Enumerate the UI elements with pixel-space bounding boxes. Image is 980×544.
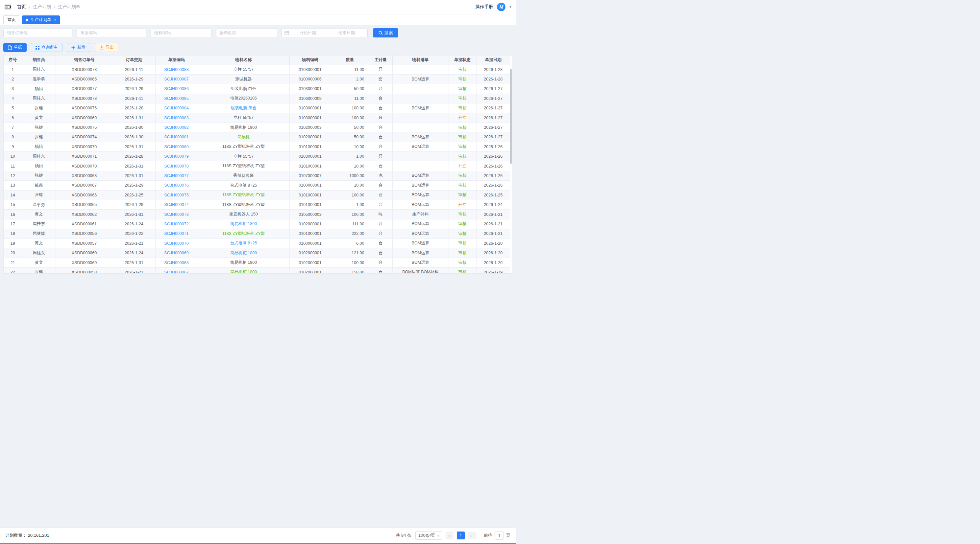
cell-seq: 7 xyxy=(4,122,22,132)
cell-doc-date: 2026-1-21 xyxy=(476,229,510,238)
cell-material-code: 0107000007 xyxy=(290,171,331,180)
cell-doc-code[interactable]: SCJH000073 xyxy=(155,209,198,219)
cell-doc-code[interactable]: SCJH000068 xyxy=(155,258,198,267)
cell-bom: BOM运算 xyxy=(392,190,449,200)
breadcrumb: 首页 / 生产计划 / 生产计划单 xyxy=(17,4,80,10)
cell-material-name[interactable]: 台式电脑 8+25 xyxy=(198,238,290,248)
cell-doc-code[interactable]: SCJH000072 xyxy=(155,219,198,228)
cell-seller: 黄文 xyxy=(22,258,56,267)
top-navbar: 首页 / 生产计划 / 生产计划单 操作手册 M ▾ xyxy=(0,0,515,14)
tab-home[interactable]: 首页 xyxy=(3,16,20,24)
cell-doc-code[interactable]: SCJH000071 xyxy=(155,229,198,238)
table-header-row: 序号销售员销售订单号订单交期单据编码物料名称物料编码数量主计量物料清单单据状态单… xyxy=(4,56,510,65)
cell-material-name[interactable]: 简易机 xyxy=(198,132,290,142)
export-button[interactable]: 导出 xyxy=(95,43,118,52)
operation-manual-link[interactable]: 操作手册 xyxy=(475,4,493,10)
cell-doc-date: 2026-1-26 xyxy=(476,161,510,171)
cell-due-date: 2026-1-31 xyxy=(113,142,155,151)
date-start-placeholder: 开始日期 xyxy=(290,30,326,36)
cell-doc-code[interactable]: SCJH000082 xyxy=(155,122,198,132)
cell-doc-code[interactable]: SCJH000086 xyxy=(155,84,198,94)
cell-doc-code[interactable]: SCJH000076 xyxy=(155,181,198,190)
cell-due-date: 2026-1-24 xyxy=(113,219,155,228)
cell-seller: 周桂东 xyxy=(22,65,56,74)
tab-production-plan-doc-label: 生产计划单 xyxy=(30,16,51,24)
cell-material-code: 0103000001 xyxy=(290,152,331,161)
cell-doc-code[interactable]: SCJH000084 xyxy=(155,103,198,113)
cell-doc-code[interactable]: SCJH000070 xyxy=(155,238,198,248)
cell-qty: 222.00 xyxy=(331,229,369,238)
cell-sales-order: XSDD000076 xyxy=(56,103,113,113)
cell-doc-code[interactable]: SCJH000088 xyxy=(155,65,198,74)
breadcrumb-production-plan[interactable]: 生产计划 xyxy=(33,4,51,10)
cell-doc-date: 2026-1-20 xyxy=(476,238,510,248)
table-row: 5张键XSDD0000762026-1-28SCJH000084组装电脑 黑色0… xyxy=(4,103,510,113)
cell-material-name[interactable]: 118S ZY型纸杯机 ZY型 xyxy=(198,190,290,200)
cell-doc-code[interactable]: SCJH000085 xyxy=(155,94,198,103)
cell-doc-code[interactable]: SCJH000080 xyxy=(155,142,198,151)
cell-sales-order: XSDD000067 xyxy=(56,181,113,190)
user-dropdown-caret-icon[interactable]: ▾ xyxy=(509,5,511,8)
vertical-scrollbar-thumb[interactable] xyxy=(510,69,512,164)
cell-material-code: 0100000001 xyxy=(290,238,331,248)
cell-seller: 温学勇 xyxy=(22,200,56,209)
cell-material-name[interactable]: 简易机柜 1800 xyxy=(198,267,290,274)
avatar[interactable]: M xyxy=(497,3,506,11)
col-status: 单据状态 xyxy=(449,56,476,65)
cell-material-name[interactable]: 简易机柜 1800 xyxy=(198,248,290,257)
cell-seq: 12 xyxy=(4,171,22,180)
breadcrumb-home[interactable]: 首页 xyxy=(17,4,26,10)
document-button[interactable]: 单据 xyxy=(3,43,27,52)
cell-status: 审核 xyxy=(449,103,476,113)
cell-doc-code[interactable]: SCJH000074 xyxy=(155,200,198,209)
cell-qty: 1000.00 xyxy=(331,171,369,180)
cell-doc-date: 2026-1-26 xyxy=(476,181,510,190)
cell-material-name[interactable]: 组装电脑 黑色 xyxy=(198,103,290,113)
cell-unit: 台 xyxy=(369,94,392,103)
cell-bom: BOM运算,BOM补料 xyxy=(392,267,449,274)
cell-seq: 6 xyxy=(4,113,22,122)
cell-material-code: 0100000006 xyxy=(290,74,331,84)
cell-doc-code[interactable]: SCJH000087 xyxy=(155,74,198,84)
collapse-menu-icon[interactable] xyxy=(5,4,11,10)
grid-icon xyxy=(35,46,40,49)
cell-doc-date: 2026-1-26 xyxy=(476,171,510,180)
cell-qty: 1.00 xyxy=(331,200,369,209)
sales-order-input[interactable] xyxy=(3,29,72,37)
material-name-input[interactable] xyxy=(216,29,277,37)
cell-doc-code[interactable]: SCJH000077 xyxy=(155,171,198,180)
cell-material-code: 0102000001 xyxy=(290,258,331,267)
cell-doc-code[interactable]: SCJH000069 xyxy=(155,248,198,257)
cell-bom xyxy=(392,161,449,171)
cell-material-name: 电脑20260105 xyxy=(198,94,290,103)
search-button[interactable]: 搜索 xyxy=(373,28,398,38)
cell-bom xyxy=(392,113,449,122)
cell-doc-code[interactable]: SCJH000067 xyxy=(155,267,198,274)
cell-doc-code[interactable]: SCJH000083 xyxy=(155,113,198,122)
cell-material-name[interactable]: 简易机柜 1800 xyxy=(198,219,290,228)
material-code-input[interactable] xyxy=(151,29,212,37)
cell-doc-code[interactable]: SCJH000079 xyxy=(155,152,198,161)
query-all-button-label: 查询所有 xyxy=(41,45,58,50)
col-qty: 数量 xyxy=(331,56,369,65)
date-range-picker[interactable]: 开始日期 - 结束日期 xyxy=(282,29,368,37)
query-all-button[interactable]: 查询所有 xyxy=(31,43,62,52)
cell-unit: 台 xyxy=(369,200,392,209)
breadcrumb-production-plan-doc[interactable]: 生产计划单 xyxy=(58,4,81,10)
cell-seq: 8 xyxy=(4,132,22,142)
cell-doc-code[interactable]: SCJH000078 xyxy=(155,161,198,171)
tab-close-icon[interactable]: × xyxy=(54,16,56,24)
cell-bom xyxy=(392,94,449,103)
cell-seller: 张键 xyxy=(22,132,56,142)
cell-qty: 50.00 xyxy=(331,84,369,94)
cell-doc-code[interactable]: SCJH000081 xyxy=(155,132,198,142)
cell-qty: 10.00 xyxy=(331,181,369,190)
cell-material-name[interactable]: 118S ZY型纸杯机 ZY型 xyxy=(198,229,290,238)
cell-doc-code[interactable]: SCJH000075 xyxy=(155,190,198,200)
tab-production-plan-doc[interactable]: 生产计划单 × xyxy=(22,16,60,24)
add-button[interactable]: 新增 xyxy=(67,43,90,52)
cell-seller: 张键 xyxy=(22,122,56,132)
cell-doc-date: 2026-1-24 xyxy=(476,200,510,209)
doc-code-input[interactable] xyxy=(76,29,146,37)
cell-bom xyxy=(392,65,449,74)
